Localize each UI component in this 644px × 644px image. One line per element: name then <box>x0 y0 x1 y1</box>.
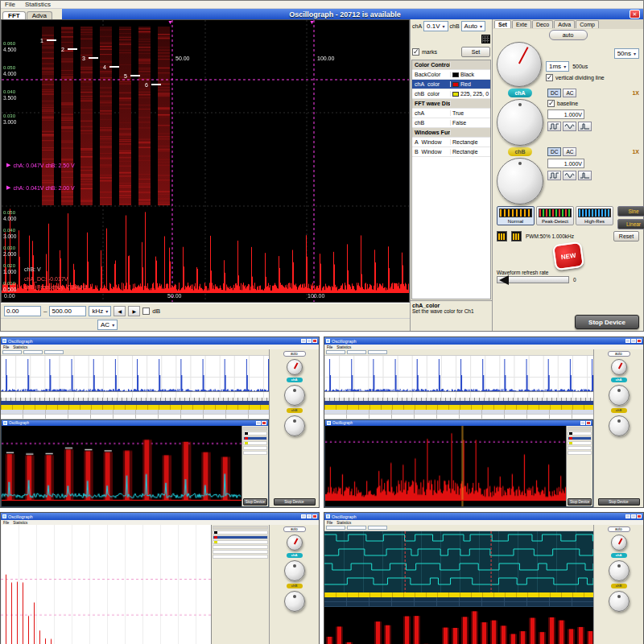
channel-b-button[interactable]: chB <box>611 584 627 588</box>
maximize-button[interactable] <box>307 514 312 518</box>
stop-device-button[interactable]: Stop Device <box>598 498 640 506</box>
cursor-marker-b[interactable]: ▶chA: 0.041V chB: 2.00 V <box>6 184 75 191</box>
toolbar-dropdown[interactable] <box>326 526 345 530</box>
timebase-fine-select[interactable]: 50ns▾ <box>614 48 639 59</box>
grid-icon[interactable] <box>481 35 490 43</box>
acq-peak-detect-button[interactable]: Peak-Detect <box>536 206 574 225</box>
minimize-button[interactable] <box>580 421 585 425</box>
channel-b-knob[interactable] <box>609 591 630 612</box>
menu-statistics[interactable]: Statistics <box>336 345 351 349</box>
panel-tab-set[interactable]: Set <box>494 20 511 28</box>
ac-select[interactable]: AC▾ <box>97 320 118 330</box>
menu-item-statistics[interactable]: Statistics <box>25 1 51 8</box>
property-row[interactable]: B_WindowRectangle <box>412 147 490 157</box>
channel-a-button[interactable]: chA <box>287 553 303 558</box>
auto-button[interactable]: auto <box>608 526 630 532</box>
chb-range-select[interactable]: Auto▾ <box>461 21 485 31</box>
channel-a-knob[interactable] <box>284 385 305 406</box>
baseline-checkbox[interactable] <box>547 100 555 107</box>
square-wave-button[interactable] <box>547 122 561 131</box>
fft-plot[interactable] <box>2 426 242 506</box>
cursor-top-icon[interactable]: ▼ <box>167 19 173 25</box>
cursor-marker-a[interactable]: ▶chA: 0.047V chB: 2.50 V <box>6 162 75 168</box>
close-icon[interactable] <box>637 339 642 343</box>
property-row[interactable] <box>213 555 268 559</box>
timebase-knob[interactable] <box>611 535 627 551</box>
close-button[interactable]: ✕ <box>630 10 640 19</box>
interp-linear-button[interactable]: Linear <box>617 219 644 229</box>
interp-sine-button[interactable]: Sine <box>617 206 644 217</box>
property-row[interactable]: chA_colorRed <box>412 80 490 89</box>
fft-plot[interactable] <box>1 525 211 644</box>
channel-b-knob[interactable] <box>609 415 630 436</box>
menu-file[interactable]: File <box>3 521 9 525</box>
cha-coupling-ac-button[interactable]: AC <box>563 89 576 97</box>
minimize-button[interactable] <box>256 421 261 425</box>
toolbar-dropdown[interactable] <box>368 350 387 354</box>
close-icon[interactable] <box>262 421 266 425</box>
chb-coupling-dc-button[interactable]: DC <box>547 147 561 156</box>
acq-high-res-button[interactable]: High-Res <box>576 206 613 225</box>
auto-button[interactable]: auto <box>283 526 306 532</box>
chb-coupling-ac-button[interactable]: AC <box>563 147 576 156</box>
toolbar-dropdown[interactable] <box>326 350 345 354</box>
square-wave-button[interactable] <box>547 171 561 180</box>
cursor-next-button[interactable]: ▶ <box>128 306 140 316</box>
property-row[interactable] <box>213 535 268 539</box>
pulse-wave-button[interactable] <box>578 171 592 180</box>
auto-button[interactable]: auto <box>283 351 306 357</box>
panel-tab-exte[interactable]: Exte <box>512 20 531 28</box>
channel-a-button[interactable]: chA <box>611 378 627 382</box>
toolbar-dropdown[interactable] <box>368 526 387 530</box>
vertical-dividing-line-checkbox[interactable] <box>546 74 553 81</box>
sine-wave-button[interactable] <box>563 122 576 131</box>
maximize-button[interactable] <box>307 339 312 343</box>
freq-unit-select[interactable]: kHz▾ <box>89 306 111 316</box>
property-row[interactable] <box>243 441 267 445</box>
property-row[interactable]: A_WindowRectangle <box>412 138 490 147</box>
cha-range-select[interactable]: 0.1V▾ <box>423 21 448 31</box>
freq-to-input[interactable] <box>49 306 86 316</box>
timebase-knob[interactable] <box>611 359 627 375</box>
channel-a-button[interactable]: chA <box>287 378 303 382</box>
set-button[interactable]: Set <box>461 47 490 57</box>
toolbar-dropdown[interactable] <box>347 350 366 354</box>
freq-from-input[interactable] <box>4 306 41 316</box>
toolbar-dropdown[interactable] <box>44 350 64 354</box>
property-row[interactable] <box>568 451 592 455</box>
toolbar-dropdown[interactable] <box>2 350 22 354</box>
property-category[interactable]: FFT wave Display <box>412 99 490 109</box>
stop-device-button[interactable]: Stop Device <box>568 498 592 506</box>
chb-offset-value[interactable]: 1.000V <box>547 159 584 168</box>
fft-plot[interactable]: ▶chA: 0.047V chB: 2.50 V ▶chA: 0.041V ch… <box>1 19 410 303</box>
property-row[interactable]: BackColorBlack <box>412 70 490 80</box>
waveform-plot[interactable] <box>324 356 593 398</box>
property-row[interactable]: chB_color225, 225, 0 <box>412 89 490 99</box>
property-row[interactable] <box>213 550 268 554</box>
channel-b-knob[interactable] <box>284 415 305 436</box>
auto-button[interactable]: auto <box>608 351 630 357</box>
reset-button[interactable]: Reset <box>613 231 639 242</box>
waveform-plot[interactable] <box>1 356 269 398</box>
property-row[interactable] <box>243 446 267 450</box>
menu-file[interactable]: File <box>327 345 332 349</box>
property-row[interactable] <box>213 545 268 549</box>
pulse-wave-button[interactable] <box>578 122 592 131</box>
panel-tab-comp[interactable]: Comp <box>576 20 599 28</box>
channel-b-button[interactable]: chB <box>287 584 303 588</box>
minimize-button[interactable] <box>301 514 306 518</box>
close-icon[interactable] <box>312 339 317 343</box>
channel-a-knob[interactable] <box>284 560 305 581</box>
property-row[interactable] <box>568 446 592 450</box>
channel-b-button[interactable]: chB <box>287 408 303 413</box>
channel-a-knob[interactable] <box>609 385 630 406</box>
toolbar-dropdown[interactable] <box>23 350 43 354</box>
channel-a-volts-knob[interactable] <box>497 99 543 146</box>
property-row[interactable] <box>213 540 268 544</box>
spectrum-icon[interactable] <box>511 231 522 242</box>
timebase-knob[interactable] <box>497 42 542 87</box>
menu-file[interactable]: File <box>3 345 9 349</box>
timebase-select[interactable]: 1ms▾ <box>546 61 569 72</box>
maximize-button[interactable] <box>631 339 636 343</box>
menu-statistics[interactable]: Statistics <box>13 345 27 349</box>
